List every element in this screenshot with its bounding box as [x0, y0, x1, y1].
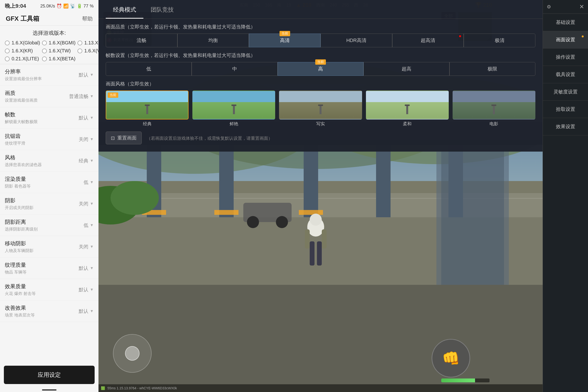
setting-aa[interactable]: 抗锯齿 使纹理平滑 关闭 ▼	[0, 129, 98, 150]
setting-fps-name: 帧数	[5, 111, 79, 118]
setting-effect-desc: 火花 爆炸 射击等	[5, 291, 79, 296]
right-menu-effects[interactable]: 效果设置	[543, 118, 588, 136]
setting-render[interactable]: 渲染质量 阴影 着色器等 低 ▼	[0, 172, 98, 193]
tab-classic[interactable]: 经典模式	[106, 0, 144, 18]
setting-improve-desc: 场景 地表层次等	[5, 312, 79, 318]
style-vivid[interactable]: 鲜艳	[192, 90, 275, 127]
setting-resolution[interactable]: 分辨率 设置游戏最佳分辨率 默认 ▼	[0, 64, 98, 86]
style-realistic[interactable]: 写实	[279, 90, 362, 127]
alarm-icon: ⏰	[56, 4, 62, 9]
setting-render-value: 低	[84, 179, 88, 186]
quality-ultra[interactable]: 超高清	[392, 34, 464, 47]
version-kr[interactable]: 1.6.X(KR)	[5, 48, 40, 54]
battery-icon: 🔋	[77, 4, 82, 9]
setting-style[interactable]: 风格 选择您喜欢的滤色器 经典 ▼	[0, 150, 98, 172]
setting-render-name: 渲染质量	[5, 176, 84, 183]
settings-gear-icon[interactable]: ⚙	[547, 4, 551, 10]
radio-lite[interactable]	[5, 56, 10, 61]
right-menu-sensitivity-label: 灵敏度设置	[554, 89, 578, 94]
style-soft[interactable]: 柔和	[366, 90, 449, 127]
tab-team[interactable]: 团队竞技	[144, 0, 181, 18]
quality-balance[interactable]: 均衡	[178, 34, 249, 47]
quality-options: 流畅 均衡 当前 高清 HDR高清 超高清 极清	[106, 34, 536, 47]
radio-cn[interactable]	[78, 40, 82, 46]
chevron-down-icon: ▼	[90, 266, 94, 270]
svg-point-22	[110, 181, 159, 215]
fps-label: 帧数设置（立即生效，若运行卡顿、发热量和耗电量过大可适当降低）	[106, 52, 536, 59]
right-menu-sensitivity[interactable]: 灵敏度设置	[543, 83, 588, 101]
radio-beta[interactable]	[42, 56, 47, 61]
right-menu-controls[interactable]: 操作设置	[543, 48, 588, 66]
version-title: 选择游戏版本:	[5, 30, 94, 37]
orange-dot	[582, 36, 584, 38]
tower-icon	[493, 104, 495, 114]
signal-icon: 📶	[63, 4, 68, 9]
fps-extreme[interactable]: 极限	[450, 62, 536, 76]
center-panel: 经典模式 团队竞技 画面品质（立即生效，若运行卡顿、发热量和耗电量过大可适当降低…	[98, 0, 542, 392]
radio-kr[interactable]	[5, 48, 10, 53]
setting-quality-value: 普通流畅	[69, 93, 88, 100]
close-button[interactable]: ✕	[579, 4, 584, 10]
version-lite[interactable]: 0.21.X(LITE)	[5, 56, 40, 62]
version-tw[interactable]: 1.6.X(TW)	[42, 48, 76, 54]
right-menu-pickup[interactable]: 拾取设置	[543, 101, 588, 118]
right-menu-effects-label: 效果设置	[556, 124, 575, 129]
version-beta[interactable]: 1.6.X(BETA)	[42, 56, 76, 62]
right-menu-vehicle[interactable]: 载具设置	[543, 66, 588, 83]
fps-high[interactable]: 当前 高	[278, 62, 364, 76]
setting-improve-value: 默认	[79, 308, 88, 314]
setting-quality[interactable]: 画质 设置游戏最佳画质 普通流畅 ▼	[0, 86, 98, 107]
speed-indicator: 25.0K/s	[40, 4, 55, 9]
style-vivid-thumb	[192, 90, 275, 120]
style-classic[interactable]: 当前 经典	[106, 90, 188, 127]
setting-move-shadow[interactable]: 移动阴影 人物及车辆阴影 关闭 ▼	[0, 236, 98, 258]
setting-texture-desc: 物品 车辆等	[5, 270, 79, 275]
radio-tw[interactable]	[42, 48, 47, 53]
svg-rect-19	[214, 210, 238, 215]
help-button[interactable]: 帮助	[82, 15, 93, 22]
right-menu-pickup-label: 拾取设置	[556, 106, 575, 112]
fps-ultrahigh[interactable]: 超高	[364, 62, 450, 76]
chevron-down-icon: ▼	[90, 223, 94, 228]
setting-shadow-dist-desc: 选择阴影距离级别	[5, 226, 84, 232]
radio-vn[interactable]	[78, 48, 82, 53]
quality-hdplus[interactable]: HDR高清	[320, 34, 392, 47]
style-realistic-label: 写实	[279, 121, 362, 127]
version-bgmi[interactable]: 1.6.X(BGMI)	[42, 40, 76, 46]
setting-move-shadow-desc: 人物及车辆阴影	[5, 248, 79, 254]
svg-rect-28	[305, 229, 310, 248]
setting-aa-desc: 使纹理平滑	[5, 140, 79, 146]
quality-hd[interactable]: 当前 高清	[249, 34, 320, 47]
chevron-down-icon: ▼	[90, 309, 94, 313]
tower-icon	[406, 104, 408, 114]
setting-effect[interactable]: 效果质量 火花 爆炸 射击等 默认 ▼	[0, 279, 98, 300]
settings-list: 分辨率 设置游戏最佳分辨率 默认 ▼ 画质 设置游戏最佳画质 普通流畅 ▼ 帧数…	[0, 64, 98, 363]
setting-texture[interactable]: 纹理质量 物品 车辆等 默认 ▼	[0, 258, 98, 279]
right-panel-header: ⚙ ✕	[543, 0, 588, 14]
version-kr-label: 1.6.X(KR)	[12, 48, 33, 54]
right-panel: ⚙ ✕ 基础设置 画面设置 操作设置 载具设置 灵敏度设置 拾取设置 效果设置	[542, 0, 588, 392]
quality-extreme[interactable]: 极清	[464, 34, 536, 47]
version-global[interactable]: 1.6.X(Global)	[5, 40, 40, 46]
fps-mid[interactable]: 中	[192, 62, 278, 76]
setting-improve[interactable]: 改善效果 场景 地表层次等 默认 ▼	[0, 300, 98, 322]
chevron-down-icon: ▼	[90, 94, 94, 98]
svg-rect-31	[317, 242, 322, 266]
style-section: 画面风格（立即生效） 当前 经典 鲜艳	[106, 80, 536, 127]
setting-resolution-value: 默认	[79, 72, 88, 78]
reset-button[interactable]: ⊡ 重置画面	[106, 132, 142, 144]
setting-shadow-dist-value: 低	[84, 222, 88, 228]
chevron-down-icon: ▼	[90, 158, 94, 163]
quality-smooth[interactable]: 流畅	[106, 34, 178, 47]
svg-point-25	[276, 216, 288, 228]
radio-bgmi[interactable]	[42, 40, 47, 46]
setting-shadow[interactable]: 阴影 开启或关闭阴影 关闭 ▼	[0, 193, 98, 214]
right-menu-basic[interactable]: 基础设置	[543, 14, 588, 31]
apply-button[interactable]: 应用设定	[4, 366, 94, 384]
style-cinematic[interactable]: 电影	[452, 90, 536, 127]
setting-fps[interactable]: 帧数 解锁最大帧数极限 默认 ▼	[0, 107, 98, 129]
fps-low[interactable]: 低	[106, 62, 192, 76]
radio-global[interactable]	[5, 40, 10, 46]
setting-shadow-dist[interactable]: 阴影距离 选择阴影距离级别 低 ▼	[0, 214, 98, 236]
right-menu-display[interactable]: 画面设置	[543, 31, 588, 48]
